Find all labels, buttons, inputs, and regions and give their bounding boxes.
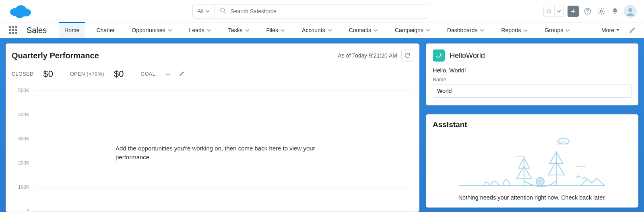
nav-tab-campaigns[interactable]: Campaigns bbox=[389, 22, 436, 38]
favorite-dropdown-button[interactable] bbox=[555, 6, 564, 17]
nav-more-button[interactable]: More bbox=[597, 27, 624, 33]
y-tick-label: 200K bbox=[11, 160, 29, 166]
nav-tab-label: Tasks bbox=[228, 27, 243, 33]
app-nav-bar: Sales HomeChatterOpportunitiesLeadsTasks… bbox=[0, 22, 644, 38]
nav-tab-label: Opportunities bbox=[132, 27, 165, 33]
chevron-down-icon[interactable] bbox=[426, 28, 430, 33]
svg-point-10 bbox=[628, 8, 632, 12]
perf-metrics: CLOSED $0 OPEN (>70%) $0 GOAL -- bbox=[12, 69, 413, 79]
hello-name-input-wrap bbox=[433, 84, 632, 98]
chart-empty-message: Add the opportunities you're working on,… bbox=[116, 144, 322, 162]
nav-tab-accounts[interactable]: Accounts bbox=[296, 22, 338, 38]
global-add-button[interactable] bbox=[568, 6, 579, 17]
perf-title: Quarterly Performance bbox=[12, 51, 99, 60]
nav-tab-label: Dashboards bbox=[447, 27, 478, 33]
svg-point-8 bbox=[601, 10, 603, 12]
svg-text:z: z bbox=[539, 179, 541, 184]
help-icon[interactable] bbox=[583, 6, 592, 17]
gridline bbox=[33, 115, 413, 115]
nav-tab-label: Contacts bbox=[349, 27, 371, 33]
perf-header: Quarterly Performance As of Today 9:21:2… bbox=[12, 49, 413, 62]
search-input[interactable] bbox=[230, 8, 423, 14]
metric-goal-value: -- bbox=[166, 70, 170, 78]
metric-goal-label: GOAL bbox=[140, 71, 155, 77]
search-scope-dropdown[interactable]: All bbox=[193, 4, 215, 18]
chevron-down-icon[interactable] bbox=[281, 28, 285, 33]
svg-point-4 bbox=[221, 8, 225, 12]
nav-tab-groups[interactable]: Groups bbox=[539, 22, 576, 38]
nav-tab-opportunities[interactable]: Opportunities bbox=[126, 22, 178, 38]
chevron-down-icon[interactable] bbox=[566, 28, 570, 33]
chevron-down-icon[interactable] bbox=[245, 28, 250, 33]
helloworld-card: HelloWorld Hello, World! Name bbox=[426, 43, 638, 105]
nav-tab-files[interactable]: Files bbox=[261, 22, 291, 38]
y-tick-label: 100K bbox=[11, 184, 29, 190]
nav-more-label: More bbox=[601, 27, 614, 33]
global-header: All bbox=[0, 0, 644, 22]
perf-asof-text: As of Today 9:21:20 AM bbox=[338, 52, 397, 59]
nav-tab-label: Chatter bbox=[96, 27, 115, 33]
user-avatar[interactable] bbox=[624, 5, 637, 18]
hello-name-input[interactable] bbox=[437, 88, 627, 94]
svg-line-5 bbox=[224, 12, 226, 13]
nav-tab-tasks[interactable]: Tasks bbox=[223, 22, 255, 38]
nav-tab-label: Files bbox=[266, 27, 279, 33]
metric-open-value: $0 bbox=[114, 69, 124, 79]
chevron-down-icon[interactable] bbox=[168, 28, 172, 33]
y-tick-label: 0 bbox=[11, 208, 29, 212]
edit-nav-pencil-icon[interactable] bbox=[628, 26, 637, 35]
refresh-button[interactable] bbox=[401, 49, 413, 62]
app-name: Sales bbox=[27, 26, 47, 35]
metric-closed-value: $0 bbox=[43, 69, 53, 79]
svg-point-3 bbox=[15, 11, 25, 18]
salesforce-logo-icon bbox=[8, 3, 32, 19]
gridline bbox=[33, 139, 413, 139]
nav-tab-home[interactable]: Home bbox=[59, 22, 85, 38]
search-icon bbox=[220, 7, 226, 15]
nav-tab-chatter[interactable]: Chatter bbox=[91, 22, 120, 38]
chevron-down-icon[interactable] bbox=[207, 28, 211, 33]
nav-tabs: HomeChatterOpportunitiesLeadsTasksFilesA… bbox=[59, 22, 597, 38]
chevron-down-icon[interactable] bbox=[374, 28, 378, 33]
app-launcher-icon[interactable] bbox=[9, 26, 18, 35]
chevron-down-icon[interactable] bbox=[523, 28, 528, 33]
chevron-down-icon[interactable] bbox=[328, 28, 332, 33]
y-tick-label: 300K bbox=[11, 136, 29, 142]
nav-tab-reports[interactable]: Reports bbox=[495, 22, 533, 38]
setup-gear-icon[interactable] bbox=[597, 6, 606, 17]
notifications-bell-icon[interactable] bbox=[610, 6, 620, 17]
assistant-message: Nothing needs your attention right now. … bbox=[433, 194, 632, 201]
hello-title: HelloWorld bbox=[450, 51, 485, 60]
nav-tab-dashboards[interactable]: Dashboards bbox=[442, 22, 490, 38]
assistant-card: Assistant z bbox=[426, 114, 638, 208]
nav-tab-leads[interactable]: Leads bbox=[184, 22, 217, 38]
svg-point-14 bbox=[558, 138, 569, 144]
right-column: HelloWorld Hello, World! Name Assistant bbox=[426, 43, 638, 212]
svg-point-7 bbox=[587, 12, 588, 13]
gridline bbox=[33, 211, 413, 212]
perf-chart: 0100K200K300K400K500K Add the opportunit… bbox=[12, 86, 413, 212]
hello-header: HelloWorld bbox=[433, 49, 632, 62]
favorites-control bbox=[543, 6, 564, 17]
hello-field-label: Name bbox=[433, 77, 632, 82]
quarterly-performance-card: Quarterly Performance As of Today 9:21:2… bbox=[6, 43, 419, 212]
nav-tab-label: Groups bbox=[545, 27, 563, 33]
nav-tab-contacts[interactable]: Contacts bbox=[343, 22, 384, 38]
y-tick-label: 500K bbox=[11, 88, 29, 93]
nav-tab-label: Home bbox=[64, 27, 79, 33]
assistant-title: Assistant bbox=[433, 120, 632, 129]
header-utility-icons bbox=[543, 5, 637, 18]
nav-tab-label: Leads bbox=[189, 27, 204, 33]
search-scope-label: All bbox=[198, 8, 203, 14]
goal-edit-pencil-icon[interactable] bbox=[179, 70, 185, 78]
y-tick-label: 400K bbox=[11, 112, 29, 117]
chart-y-axis: 0100K200K300K400K500K bbox=[12, 86, 32, 212]
global-search: All bbox=[192, 4, 428, 19]
nav-tab-label: Campaigns bbox=[395, 27, 423, 33]
chevron-down-icon[interactable] bbox=[480, 28, 484, 33]
metric-closed-label: CLOSED bbox=[12, 71, 33, 77]
nav-tab-label: Reports bbox=[501, 27, 521, 33]
hello-component-icon bbox=[433, 49, 445, 62]
favorite-star-button[interactable] bbox=[543, 6, 555, 17]
gridline bbox=[33, 163, 413, 163]
